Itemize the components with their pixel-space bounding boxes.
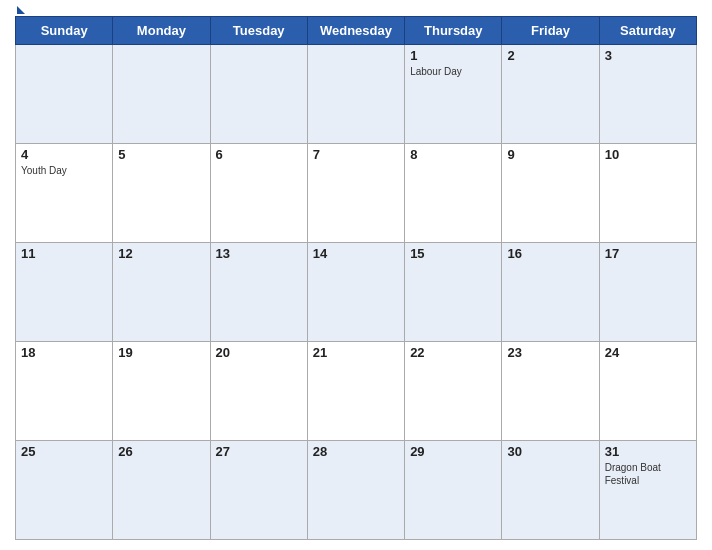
calendar-cell: 9 — [502, 144, 599, 243]
calendar-cell: 30 — [502, 441, 599, 540]
day-number: 2 — [507, 48, 593, 63]
calendar-cell: 17 — [599, 243, 696, 342]
week-row-3: 11121314151617 — [16, 243, 697, 342]
day-number: 4 — [21, 147, 107, 162]
calendar-cell — [307, 45, 404, 144]
calendar-cell: 16 — [502, 243, 599, 342]
calendar-cell: 19 — [113, 342, 210, 441]
calendar-cell: 24 — [599, 342, 696, 441]
calendar-cell: 25 — [16, 441, 113, 540]
calendar-cell: 13 — [210, 243, 307, 342]
day-number: 25 — [21, 444, 107, 459]
calendar-cell: 27 — [210, 441, 307, 540]
day-number: 16 — [507, 246, 593, 261]
day-number: 15 — [410, 246, 496, 261]
day-number: 17 — [605, 246, 691, 261]
day-number: 5 — [118, 147, 204, 162]
weekday-header-row: SundayMondayTuesdayWednesdayThursdayFrid… — [16, 17, 697, 45]
day-number: 3 — [605, 48, 691, 63]
day-number: 20 — [216, 345, 302, 360]
calendar-cell — [113, 45, 210, 144]
calendar-cell: 22 — [405, 342, 502, 441]
calendar-cell: 28 — [307, 441, 404, 540]
weekday-header-friday: Friday — [502, 17, 599, 45]
day-number: 23 — [507, 345, 593, 360]
weekday-header-monday: Monday — [113, 17, 210, 45]
calendar-cell: 20 — [210, 342, 307, 441]
event-label: Dragon Boat Festival — [605, 461, 691, 487]
day-number: 18 — [21, 345, 107, 360]
day-number: 10 — [605, 147, 691, 162]
day-number: 12 — [118, 246, 204, 261]
day-number: 14 — [313, 246, 399, 261]
calendar-cell: 8 — [405, 144, 502, 243]
day-number: 7 — [313, 147, 399, 162]
calendar-cell: 6 — [210, 144, 307, 243]
event-label: Youth Day — [21, 164, 107, 177]
logo-blue-text — [15, 6, 25, 14]
day-number: 13 — [216, 246, 302, 261]
week-row-5: 25262728293031Dragon Boat Festival — [16, 441, 697, 540]
day-number: 22 — [410, 345, 496, 360]
day-number: 1 — [410, 48, 496, 63]
week-row-4: 18192021222324 — [16, 342, 697, 441]
calendar-cell: 18 — [16, 342, 113, 441]
logo-triangle-icon — [17, 6, 25, 14]
day-number: 26 — [118, 444, 204, 459]
calendar-cell: 23 — [502, 342, 599, 441]
weekday-header-sunday: Sunday — [16, 17, 113, 45]
calendar-cell: 4Youth Day — [16, 144, 113, 243]
week-row-1: 1Labour Day23 — [16, 45, 697, 144]
calendar-cell: 11 — [16, 243, 113, 342]
logo — [15, 6, 25, 14]
calendar-cell — [16, 45, 113, 144]
day-number: 19 — [118, 345, 204, 360]
calendar-cell: 15 — [405, 243, 502, 342]
day-number: 9 — [507, 147, 593, 162]
day-number: 30 — [507, 444, 593, 459]
calendar-cell — [210, 45, 307, 144]
calendar-cell: 1Labour Day — [405, 45, 502, 144]
calendar-cell: 7 — [307, 144, 404, 243]
calendar-cell: 2 — [502, 45, 599, 144]
day-number: 29 — [410, 444, 496, 459]
calendar-cell: 29 — [405, 441, 502, 540]
calendar-table: SundayMondayTuesdayWednesdayThursdayFrid… — [15, 16, 697, 540]
calendar-cell: 10 — [599, 144, 696, 243]
calendar-cell: 31Dragon Boat Festival — [599, 441, 696, 540]
calendar-cell: 5 — [113, 144, 210, 243]
calendar-cell: 21 — [307, 342, 404, 441]
calendar-cell: 12 — [113, 243, 210, 342]
day-number: 8 — [410, 147, 496, 162]
weekday-header-wednesday: Wednesday — [307, 17, 404, 45]
event-label: Labour Day — [410, 65, 496, 78]
weekday-header-tuesday: Tuesday — [210, 17, 307, 45]
weekday-header-saturday: Saturday — [599, 17, 696, 45]
day-number: 6 — [216, 147, 302, 162]
day-number: 24 — [605, 345, 691, 360]
week-row-2: 4Youth Day5678910 — [16, 144, 697, 243]
day-number: 31 — [605, 444, 691, 459]
day-number: 27 — [216, 444, 302, 459]
calendar-cell: 3 — [599, 45, 696, 144]
day-number: 11 — [21, 246, 107, 261]
weekday-header-thursday: Thursday — [405, 17, 502, 45]
day-number: 28 — [313, 444, 399, 459]
calendar-cell: 14 — [307, 243, 404, 342]
calendar-cell: 26 — [113, 441, 210, 540]
day-number: 21 — [313, 345, 399, 360]
